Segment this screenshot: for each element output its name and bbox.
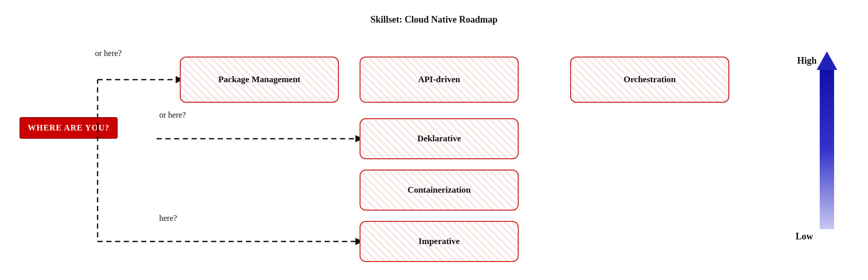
box-imperative: Imperative (360, 221, 519, 262)
label-or-here-mid: or here? (159, 110, 186, 120)
gradient-arrow (817, 51, 837, 236)
box-package-management: Package Management (180, 57, 339, 103)
box-api-driven: API-driven (360, 57, 519, 103)
label-high: High (797, 55, 817, 66)
page-title: Skillset: Cloud Native Roadmap (370, 14, 498, 25)
label-here-bot: here? (159, 214, 177, 223)
box-orchestration: Orchestration (570, 57, 729, 103)
box-deklarative: Deklarative (360, 118, 519, 159)
label-or-here-top: or here? (95, 49, 122, 58)
label-low: Low (796, 231, 813, 242)
box-containerization: Containerization (360, 170, 519, 211)
gradient-bar (820, 70, 834, 229)
where-are-you-box: WHERE ARE YOU? (20, 117, 118, 139)
arrow-head-up-icon (817, 51, 837, 70)
